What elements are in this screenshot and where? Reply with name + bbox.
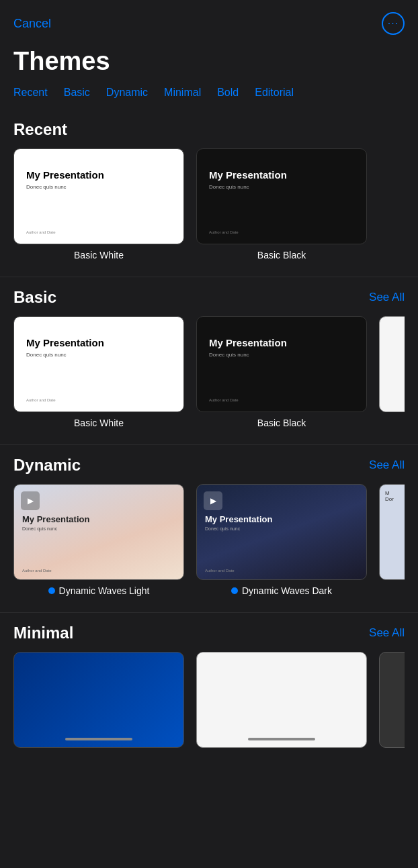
card-basic-black-recent[interactable]: My Presentation Donec quis nunc Author a… <box>196 148 367 260</box>
card-thumb-basic-white-recent: My Presentation Donec quis nunc Author a… <box>13 148 184 244</box>
tab-editorial[interactable]: Editorial <box>255 87 294 99</box>
section-minimal-title: Minimal <box>13 624 73 642</box>
card-thumb-dynamic-light: ▶ My Presentation Donec quis nunc Author… <box>13 484 184 580</box>
slide-title: My Presentation <box>209 169 287 181</box>
card-thumb-minimal-partial <box>379 652 405 748</box>
dot-label-dynamic-dark: Dynamic Waves Dark <box>231 585 332 596</box>
minimal-see-all[interactable]: See All <box>369 626 405 640</box>
cancel-button[interactable]: Cancel <box>13 17 51 31</box>
slide-title: My Presentation <box>22 514 89 524</box>
card-label-basic-black-basic: Basic Black <box>257 418 306 428</box>
section-dynamic: Dynamic See All ▶ My Presentation Donec … <box>0 445 418 601</box>
card-dynamic-waves-light[interactable]: ▶ My Presentation Donec quis nunc Author… <box>13 484 184 596</box>
card-minimal-blue[interactable] <box>13 652 184 748</box>
card-thumb-dynamic-partial: MDor <box>379 484 405 580</box>
section-basic-header: Basic See All <box>13 288 405 307</box>
card-thumb-minimal-blue <box>13 652 184 748</box>
slide-subtitle: Donec quis nunc <box>209 352 249 358</box>
section-dynamic-header: Dynamic See All <box>13 456 405 475</box>
dot-label-dynamic-light: Dynamic Waves Light <box>48 585 150 596</box>
section-minimal-header: Minimal See All <box>13 624 405 642</box>
slide-author: Author and Date <box>205 569 235 573</box>
section-basic: Basic See All My Presentation Donec quis… <box>0 277 418 434</box>
dynamic-cards-row: ▶ My Presentation Donec quis nunc Author… <box>13 484 405 596</box>
slide-author: Author and Date <box>22 569 52 573</box>
tab-dynamic[interactable]: Dynamic <box>106 87 148 99</box>
card-basic-white-basic[interactable]: My Presentation Donec quis nunc Author a… <box>13 316 184 428</box>
tab-minimal[interactable]: Minimal <box>164 87 201 99</box>
card-label-basic-white-basic: Basic White <box>74 418 124 428</box>
card-label-dynamic-dark: Dynamic Waves Dark <box>242 585 332 596</box>
card-dynamic-waves-dark[interactable]: ▶ My Presentation Donec quis nunc Author… <box>196 484 367 596</box>
play-icon-light: ▶ <box>21 491 40 510</box>
card-basic-black-basic[interactable]: My Presentation Donec quis nunc Author a… <box>196 316 367 428</box>
header: Cancel ··· <box>0 0 418 42</box>
section-minimal: Minimal See All <box>0 613 418 753</box>
basic-cards-row: My Presentation Donec quis nunc Author a… <box>13 316 405 428</box>
slide-title: My Presentation <box>205 514 272 524</box>
more-options-button[interactable]: ··· <box>382 12 405 35</box>
card-basic-white-recent[interactable]: My Presentation Donec quis nunc Author a… <box>13 148 184 260</box>
slide-title: My Presentation <box>26 169 104 181</box>
slide-subtitle: Donec quis nunc <box>209 184 249 190</box>
slide-subtitle: Donec quis nunc <box>205 526 240 531</box>
slide-subtitle: Donec quis nunc <box>26 352 67 358</box>
card-thumb-partial <box>379 316 405 412</box>
recent-cards-row: My Presentation Donec quis nunc Author a… <box>13 148 405 260</box>
slide-author: Author and Date <box>26 398 56 402</box>
dynamic-see-all[interactable]: See All <box>369 459 405 472</box>
basic-see-all[interactable]: See All <box>369 291 405 304</box>
card-thumb-basic-black-recent: My Presentation Donec quis nunc Author a… <box>196 148 367 244</box>
page-title: Themes <box>0 42 418 87</box>
section-recent-header: Recent <box>13 120 405 139</box>
section-recent: Recent My Presentation Donec quis nunc A… <box>0 109 418 266</box>
slide-author: Author and Date <box>209 398 239 402</box>
section-dynamic-title: Dynamic <box>13 456 81 475</box>
card-thumb-basic-white-basic: My Presentation Donec quis nunc Author a… <box>13 316 184 412</box>
tab-recent[interactable]: Recent <box>13 87 48 99</box>
tab-basic[interactable]: Basic <box>64 87 90 99</box>
slide-title: My Presentation <box>209 337 287 348</box>
card-label-basic-white-recent: Basic White <box>74 250 124 260</box>
card-thumb-basic-black-basic: My Presentation Donec quis nunc Author a… <box>196 316 367 412</box>
more-dots-icon: ··· <box>388 18 399 29</box>
tab-bar: Recent Basic Dynamic Minimal Bold Editor… <box>0 87 418 109</box>
card-minimal-white[interactable] <box>196 652 367 748</box>
section-recent-title: Recent <box>13 120 67 139</box>
progress-bar <box>65 738 132 740</box>
slide-author: Author and Date <box>26 230 56 234</box>
slide-author: Author and Date <box>209 230 239 234</box>
slide-subtitle: Donec quis nunc <box>26 184 67 190</box>
card-dynamic-partial[interactable]: MDor <box>379 484 405 596</box>
play-icon-dark: ▶ <box>204 491 222 510</box>
dot-icon-light <box>48 587 55 594</box>
card-label-dynamic-light: Dynamic Waves Light <box>59 585 150 596</box>
slide-title: My Presentation <box>26 337 104 348</box>
card-thumb-dynamic-dark: ▶ My Presentation Donec quis nunc Author… <box>196 484 367 580</box>
minimal-cards-row <box>13 652 405 748</box>
card-label-basic-black-recent: Basic Black <box>257 250 306 260</box>
card-thumb-minimal-white <box>196 652 367 748</box>
section-basic-title: Basic <box>13 288 56 307</box>
card-basic-partial[interactable] <box>379 316 405 428</box>
dot-icon-dark <box>231 587 238 594</box>
card-minimal-partial[interactable] <box>379 652 405 748</box>
slide-subtitle: Donec quis nunc <box>22 526 57 531</box>
progress-bar <box>248 738 315 740</box>
tab-bold[interactable]: Bold <box>217 87 239 99</box>
